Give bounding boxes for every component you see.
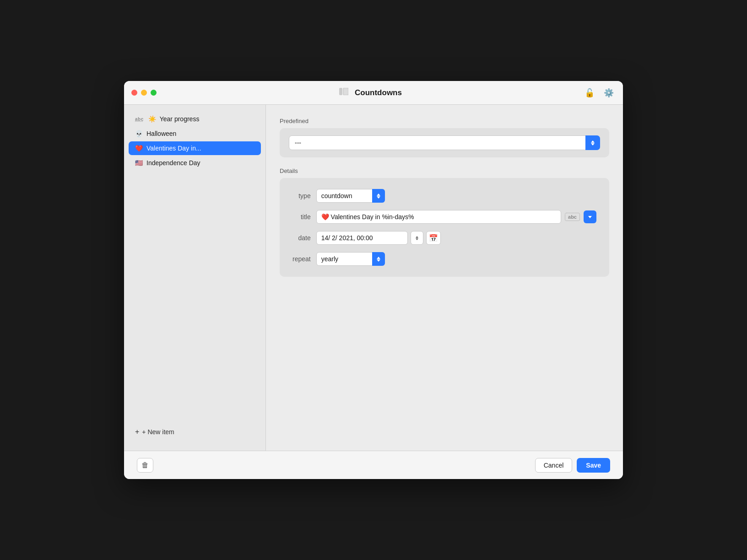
new-item-button[interactable]: + + New item xyxy=(135,426,174,438)
titlebar-actions: 🔓 ⚙️ xyxy=(583,86,616,100)
predefined-section: Predefined xyxy=(280,118,609,157)
date-field-label: date xyxy=(292,234,311,242)
bottom-bar: 🗑 Cancel Save xyxy=(124,451,623,479)
close-button[interactable] xyxy=(131,90,137,96)
titlebar-center: Countdowns xyxy=(157,86,583,99)
sidebar-items-list: abc ☀️ Year progress 💀 Halloween ❤️ Vale… xyxy=(124,112,265,420)
predefined-select[interactable] xyxy=(289,135,600,150)
repeat-field-value: yearly monthly weekly daily never xyxy=(316,252,596,266)
type-select-arrow-icon xyxy=(372,189,385,203)
valentines-emoji: ❤️ xyxy=(135,145,143,152)
type-arrow-up xyxy=(377,194,380,196)
maximize-button[interactable] xyxy=(151,90,157,96)
details-grid: type countdown timer progress xyxy=(289,185,600,269)
year-progress-label: Year progress xyxy=(160,115,200,123)
window-title: Countdowns xyxy=(355,88,402,97)
repeat-field-label: repeat xyxy=(292,255,311,263)
date-input[interactable] xyxy=(316,231,408,245)
calendar-button[interactable]: 📅 xyxy=(426,231,441,245)
content-area: Predefined Details xyxy=(266,105,623,451)
predefined-label: Predefined xyxy=(280,118,609,124)
title-arrow-down xyxy=(588,216,592,218)
sidebar-item-valentines[interactable]: ❤️ Valentines Day in... xyxy=(129,141,261,155)
sidebar-item-year-progress[interactable]: abc ☀️ Year progress xyxy=(129,112,261,126)
sidebar-item-independence-day[interactable]: 🇺🇸 Independence Day xyxy=(129,156,261,170)
cancel-button[interactable]: Cancel xyxy=(535,458,573,473)
type-field-value: countdown timer progress xyxy=(316,189,596,203)
halloween-emoji: 💀 xyxy=(135,130,143,137)
predefined-select-wrapper xyxy=(289,135,600,150)
date-input-wrapper: 📅 xyxy=(316,231,441,245)
repeat-select[interactable]: yearly monthly weekly daily never xyxy=(316,252,385,266)
trash-icon: 🗑 xyxy=(141,461,149,469)
type-field-label: type xyxy=(292,192,311,199)
details-section: Details type countdown timer progress xyxy=(280,167,609,277)
save-button[interactable]: Save xyxy=(577,458,610,473)
sidebar-toggle-button[interactable] xyxy=(337,86,350,99)
valentines-label: Valentines Day in... xyxy=(146,145,201,152)
app-window: Countdowns 🔓 ⚙️ abc ☀️ Year progress 💀 H… xyxy=(124,81,623,479)
traffic-lights xyxy=(131,90,157,96)
titlebar: Countdowns 🔓 ⚙️ xyxy=(124,81,623,105)
details-box: type countdown timer progress xyxy=(280,178,609,277)
main-area: abc ☀️ Year progress 💀 Halloween ❤️ Vale… xyxy=(124,105,623,451)
details-label: Details xyxy=(280,167,609,174)
sidebar-item-halloween[interactable]: 💀 Halloween xyxy=(129,127,261,140)
plus-icon: + xyxy=(135,428,139,436)
title-input[interactable] xyxy=(316,210,561,224)
calendar-icon: 📅 xyxy=(429,234,438,242)
sidebar: abc ☀️ Year progress 💀 Halloween ❤️ Vale… xyxy=(124,105,266,451)
lock-icon-button[interactable]: 🔓 xyxy=(583,86,596,100)
abc-label: abc xyxy=(135,117,144,122)
predefined-box xyxy=(280,128,609,157)
arrow-up-icon xyxy=(591,140,595,143)
svg-rect-0 xyxy=(339,88,342,95)
new-item-label: + New item xyxy=(142,428,174,436)
bottom-actions: Cancel Save xyxy=(535,458,610,473)
arrow-down-icon xyxy=(591,143,595,145)
independence-day-emoji: 🇺🇸 xyxy=(135,159,143,167)
title-field-value: abc xyxy=(316,210,596,224)
minimize-button[interactable] xyxy=(141,90,147,96)
date-field-value: 📅 xyxy=(316,231,596,245)
predefined-select-arrow[interactable] xyxy=(585,135,600,150)
independence-day-label: Independence Day xyxy=(146,159,200,167)
date-stepper-up-icon xyxy=(416,236,418,238)
svg-rect-1 xyxy=(343,88,348,95)
year-progress-emoji: ☀️ xyxy=(148,115,156,123)
gear-icon-button[interactable]: ⚙️ xyxy=(602,86,616,100)
date-stepper-down-icon xyxy=(416,238,418,240)
type-select-wrapper: countdown timer progress xyxy=(316,189,385,203)
repeat-select-wrapper: yearly monthly weekly daily never xyxy=(316,252,385,266)
halloween-label: Halloween xyxy=(146,130,176,137)
title-field-label: title xyxy=(292,213,311,221)
title-dropdown-arrow[interactable] xyxy=(584,210,596,223)
type-arrow-down xyxy=(377,196,380,199)
abc-badge: abc xyxy=(565,213,580,221)
sidebar-footer: + + New item xyxy=(124,420,265,443)
date-stepper-button[interactable] xyxy=(411,231,423,245)
delete-button[interactable]: 🗑 xyxy=(137,458,153,473)
